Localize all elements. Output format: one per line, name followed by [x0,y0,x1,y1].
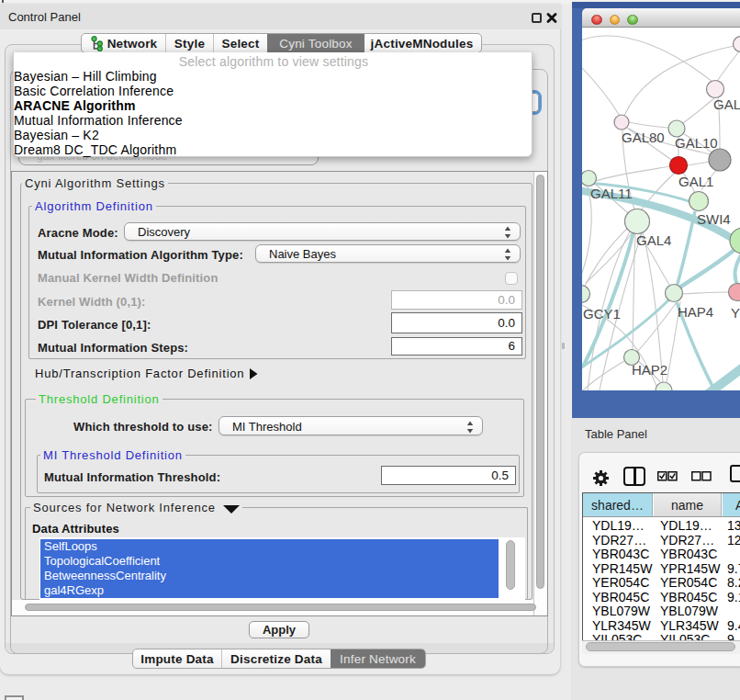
svg-text:Y: Y [731,305,740,321]
svg-text:SWI4: SWI4 [697,211,731,227]
svg-text:GCY1: GCY1 [583,306,621,322]
svg-text:HAP4: HAP4 [678,304,713,320]
svg-text:GAL1: GAL1 [678,174,713,189]
svg-text:HAP2: HAP2 [632,362,667,378]
svg-text:GAL2: GAL2 [713,96,740,112]
svg-text:GAL4: GAL4 [636,232,671,248]
svg-text:GAL11: GAL11 [590,186,633,201]
svg-text:GAL10: GAL10 [675,135,718,151]
svg-text:GAL80: GAL80 [622,130,665,145]
